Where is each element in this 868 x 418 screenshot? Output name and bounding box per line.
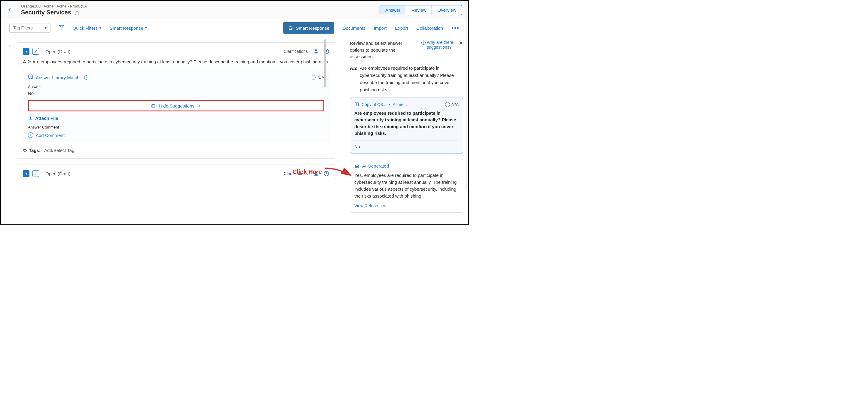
attach-file-button[interactable]: Attach File (28, 116, 324, 121)
question-text: A.2: Are employees required to participa… (23, 58, 330, 66)
add-comment-button[interactable]: + Add Comment. (28, 132, 324, 138)
info-icon[interactable]: i (75, 11, 79, 15)
tab-answer[interactable]: Answer (380, 5, 406, 15)
suggestion-question: Are employees required to participate in… (354, 110, 459, 137)
divider (42, 170, 42, 177)
close-icon[interactable]: ✕ (459, 40, 463, 60)
chevron-left-icon (197, 104, 202, 108)
suggestion-answer: No (354, 141, 459, 149)
chevron-down-icon: ▾ (45, 26, 46, 30)
svg-point-2 (290, 28, 290, 29)
quick-filters-dropdown[interactable]: Quick Filters ▾ (73, 26, 101, 31)
tag-icon (23, 148, 28, 153)
more-icon[interactable]: ••• (452, 25, 460, 32)
clarifications-link[interactable]: Clarifications (284, 171, 308, 176)
acme-label: Acme... (393, 102, 407, 107)
chevron-down-icon: ▾ (145, 26, 147, 30)
breadcrumb: Orange100 | Acme | Acme - Product A (21, 4, 87, 8)
tag-filters-dropdown[interactable]: Tag Filters ▾ (9, 23, 51, 33)
svg-point-12 (24, 149, 25, 150)
chevron-down-icon: ▾ (99, 26, 101, 30)
hide-suggestions-button[interactable]: Hide Suggestions (28, 100, 324, 111)
history-icon[interactable] (323, 171, 330, 177)
tags-placeholder[interactable]: Add/Select Tag (44, 148, 74, 153)
documents-link[interactable]: Documents (343, 26, 366, 31)
divider (16, 4, 16, 16)
question-id: A.2: (23, 59, 31, 64)
svg-point-9 (154, 106, 154, 106)
answer-comment-label: Answer Comment (28, 125, 324, 130)
smart-response-dropdown[interactable]: Smart Response ▾ (110, 26, 147, 31)
add-person-icon[interactable]: + (313, 171, 318, 177)
answer-label: Answer (28, 84, 324, 89)
expand-handle[interactable]: › (6, 42, 14, 50)
tags-label: Tags: (23, 148, 40, 153)
question-card: ▾ ⤢ Open (Draft) Clarifications + (16, 165, 336, 179)
question-status: Open (Draft) (45, 171, 70, 176)
svg-point-5 (315, 49, 317, 51)
smart-response-button[interactable]: Smart Response (283, 22, 334, 34)
radio-icon (445, 102, 450, 107)
dot-icon: • (389, 102, 390, 107)
page-title: Security Services (21, 9, 71, 16)
scrollbar[interactable] (324, 39, 327, 88)
question-status: Open (Draft) (45, 49, 70, 54)
book-icon (28, 74, 33, 81)
tab-review[interactable]: Review (406, 5, 432, 15)
tag-filters-label: Tag Filters (13, 26, 33, 30)
expand-icon[interactable]: ⤢ (32, 170, 39, 177)
svg-point-16 (356, 166, 357, 167)
right-question: A.2 Are employees required to participat… (350, 65, 463, 93)
robot-icon (354, 163, 360, 169)
robot-icon (151, 103, 156, 108)
upload-icon (28, 116, 33, 121)
svg-point-8 (152, 106, 153, 106)
view-references-link[interactable]: View References (354, 203, 459, 208)
svg-rect-11 (29, 119, 32, 120)
svg-text:+: + (313, 48, 315, 51)
answer-library-match-box: Answer Library Match i N/A Answer No Hid… (23, 70, 330, 142)
info-icon[interactable]: i (84, 75, 88, 79)
svg-point-3 (291, 28, 292, 29)
plus-circle-icon: + (28, 132, 33, 138)
suggestion-card-ai[interactable]: AI Generated Yes, employees are required… (350, 159, 463, 213)
add-person-icon[interactable]: + (313, 48, 318, 54)
divider (42, 48, 42, 55)
robot-icon (288, 25, 293, 31)
answer-value: No (28, 91, 324, 96)
library-match-label: Answer Library Match (36, 75, 79, 80)
ai-generated-text: Yes, employees are required to participa… (354, 172, 459, 200)
checkbox-checked-icon[interactable]: ▾ (23, 48, 29, 55)
svg-point-17 (358, 166, 358, 167)
copy-label: Copy of Q3... (362, 102, 386, 107)
import-link[interactable]: Import (374, 26, 387, 31)
svg-marker-0 (59, 25, 64, 29)
book-icon (354, 102, 359, 107)
na-toggle[interactable]: N/A (445, 102, 459, 107)
info-icon: i (422, 40, 426, 45)
back-button[interactable] (7, 6, 12, 14)
export-link[interactable]: Export (395, 26, 408, 31)
radio-icon (311, 75, 316, 80)
clarifications-link[interactable]: Clarifications (284, 49, 308, 54)
collaboration-link[interactable]: Collaboration (416, 26, 443, 31)
question-id: A.2 (350, 65, 357, 93)
checkbox-checked-icon[interactable]: ▾ (23, 170, 29, 177)
filter-icon[interactable] (59, 25, 64, 32)
expand-icon[interactable]: ⤢ (32, 48, 39, 55)
tab-set: Answer Review Overview (380, 5, 462, 15)
question-card: ▾ ⤢ Open (Draft) Clarifications + A.2: A… (16, 42, 336, 159)
suggestion-card-library[interactable]: Copy of Q3... •Acme... N/A Are employees… (350, 98, 463, 153)
svg-text:+: + (313, 171, 315, 174)
na-toggle[interactable]: N/A (311, 75, 324, 80)
why-suggestions-link[interactable]: i Why are there suggestions? (419, 40, 454, 60)
review-instructions: Review and select answer options to popu… (350, 40, 416, 60)
ai-generated-label: AI Generated (362, 163, 389, 169)
tab-overview[interactable]: Overview (432, 5, 462, 15)
header-text: Orange100 | Acme | Acme - Product A Secu… (21, 4, 87, 16)
svg-point-13 (315, 171, 317, 174)
scrollbar[interactable] (466, 4, 467, 190)
